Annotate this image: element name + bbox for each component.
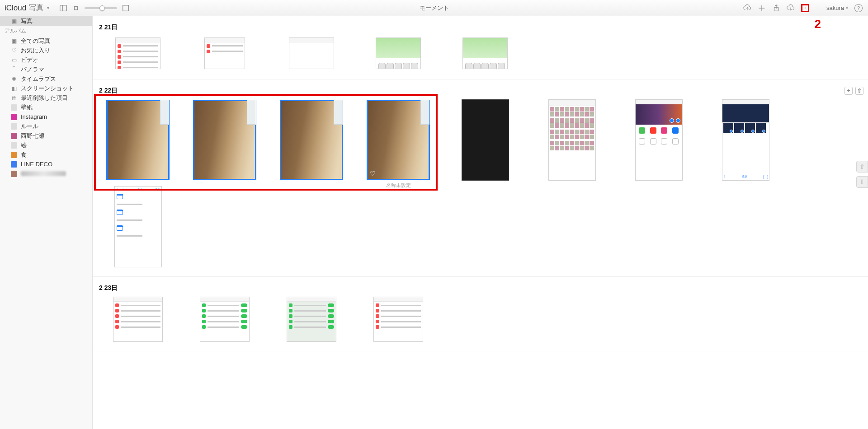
sidebar-item-nishino[interactable]: 西野七瀬 xyxy=(0,131,92,140)
photo-thumb[interactable] xyxy=(97,99,179,181)
favorite-heart-icon: ♡ xyxy=(370,170,376,177)
photo-thumb[interactable]: ⇧選択 xyxy=(705,99,786,181)
photo-thumb[interactable] xyxy=(271,99,352,181)
sidebar-item-label: パノラマ xyxy=(21,65,44,74)
app-subtitle: 写真 xyxy=(29,3,43,13)
photo-icon: ▣ xyxy=(11,38,17,44)
square-icon xyxy=(11,123,17,130)
photo-image: ♡ xyxy=(367,100,430,180)
photo-thumb[interactable] xyxy=(444,36,526,70)
sidebar-item-label: Instagram xyxy=(21,113,47,120)
photo-thumb[interactable] xyxy=(271,36,352,70)
sidebar-item-label: スクリーンショット xyxy=(21,84,74,93)
photo-thumb[interactable] xyxy=(184,36,265,70)
photo-thumb[interactable] xyxy=(97,297,179,342)
photo-thumb[interactable] xyxy=(444,99,526,181)
header-left-tools xyxy=(59,4,130,12)
user-menu[interactable]: sakura ▾ xyxy=(826,5,848,11)
moment-group-title: 2 21日 xyxy=(99,23,118,32)
sidebar-item-label: ビデオ xyxy=(21,56,38,64)
linedeco-icon xyxy=(11,161,17,168)
screenshot-image xyxy=(200,297,250,342)
photo-thumb[interactable] xyxy=(358,36,439,70)
delete-button[interactable] xyxy=(801,4,809,12)
sidebar-item-screenshot[interactable]: ◧スクリーンショット xyxy=(0,84,92,93)
photo-thumb[interactable] xyxy=(358,297,439,342)
trash-icon: 🗑 xyxy=(11,95,17,101)
square-icon xyxy=(11,142,17,149)
zoom-out-icon[interactable] xyxy=(72,4,80,12)
screenshot-image xyxy=(635,99,683,181)
svg-rect-3 xyxy=(123,5,129,11)
screenshot-image xyxy=(462,37,508,69)
sidebar-item-wallpaper[interactable]: 壁紙 xyxy=(0,103,92,112)
photo-image xyxy=(280,100,343,180)
sidebar-item-hidden[interactable] xyxy=(0,169,92,178)
screenshot-image xyxy=(373,297,423,342)
screenshot-image: ⇧選択 xyxy=(722,99,769,181)
screenshot-image xyxy=(204,37,245,69)
upload-cloud-icon[interactable] xyxy=(743,4,751,12)
photo-grid: ♡名称未設定⇧選択キャンセルVideo送信 xyxy=(97,99,863,267)
screenshot-image xyxy=(462,99,509,181)
header-right-tools: sakura ▾ ? xyxy=(743,4,863,12)
sidebar-item-art[interactable]: 絵 xyxy=(0,140,92,150)
sidebar-item-video[interactable]: ▭ビデオ xyxy=(0,55,92,65)
sidebar-toggle-icon[interactable] xyxy=(59,4,67,12)
sidebar-item-label: LINE DECO xyxy=(21,161,52,168)
sidebar-item-timelapse[interactable]: ✺タイムラプス xyxy=(0,74,92,84)
download-cloud-icon[interactable] xyxy=(787,4,795,12)
title-area[interactable]: iCloud 写真 ▾ xyxy=(5,3,49,13)
sidebar-item-all[interactable]: ▣全ての写真 xyxy=(0,36,92,46)
zoom-slider[interactable] xyxy=(85,7,117,9)
zoom-in-icon[interactable] xyxy=(122,4,130,12)
screenshot-image xyxy=(376,37,421,69)
moment-group-header: 2 22日+⇧ xyxy=(97,83,863,99)
photo-grid xyxy=(97,36,863,70)
sidebar-item-linedeco[interactable]: LINE DECO xyxy=(0,159,92,169)
photo-thumb[interactable] xyxy=(271,297,352,342)
screenshot-image xyxy=(287,297,336,342)
moment-group-title: 2 23日 xyxy=(99,284,118,292)
chevron-down-icon: ▾ xyxy=(846,5,848,10)
view-title: モーメント xyxy=(420,4,449,12)
add-mini-button[interactable]: + xyxy=(844,87,853,95)
sidebar-item-trash[interactable]: 🗑最近削除した項目 xyxy=(0,93,92,103)
avatar-icon xyxy=(11,133,17,139)
share-icon[interactable] xyxy=(772,4,780,12)
photo-image xyxy=(193,100,256,180)
sidebar-item-panorama[interactable]: ⌒パノラマ xyxy=(0,65,92,74)
sidebar-item-label: 全ての写真 xyxy=(21,37,50,45)
sidebar-item-label: 写真 xyxy=(21,17,33,25)
timelapse-icon: ✺ xyxy=(11,76,17,82)
svg-rect-0 xyxy=(60,5,66,11)
sidebar-item-label: 壁紙 xyxy=(21,103,33,112)
photo-image xyxy=(106,100,170,180)
photo-thumb[interactable] xyxy=(618,99,699,181)
app-title: iCloud xyxy=(5,4,26,13)
sidebar-item-rule[interactable]: ルール xyxy=(0,121,92,131)
photo-caption: 名称未設定 xyxy=(358,182,439,189)
add-icon[interactable] xyxy=(758,4,766,12)
photo-thumb[interactable] xyxy=(184,297,265,342)
photo-grid xyxy=(97,297,863,342)
sidebar-item-photos[interactable]: ▣写真 xyxy=(0,16,92,26)
share-mini-button[interactable]: ⇧ xyxy=(855,87,863,95)
photo-thumb[interactable]: ♡名称未設定 xyxy=(358,99,439,181)
photo-thumb[interactable] xyxy=(184,99,265,181)
screenshot-image: キャンセルVideo送信 xyxy=(114,186,162,267)
instagram-icon xyxy=(11,114,17,120)
photo-thumb[interactable] xyxy=(97,36,179,70)
screenshot-image xyxy=(113,297,163,342)
sidebar-item-label: 食 xyxy=(21,151,27,159)
photo-thumb[interactable]: キャンセルVideo送信 xyxy=(97,186,179,267)
sidebar-item-label: 最近削除した項目 xyxy=(21,94,68,102)
sidebar-item-food[interactable]: 食 xyxy=(0,150,92,159)
photo-thumb[interactable] xyxy=(531,99,613,181)
sidebar-item-fav[interactable]: ♡お気に入り xyxy=(0,46,92,55)
sidebar-item-instagram[interactable]: Instagram xyxy=(0,112,92,121)
user-name: sakura xyxy=(826,5,844,11)
moment-group-header: 2 21日 xyxy=(97,20,863,36)
help-button[interactable]: ? xyxy=(854,4,863,12)
moment-group-title: 2 22日 xyxy=(99,87,118,95)
